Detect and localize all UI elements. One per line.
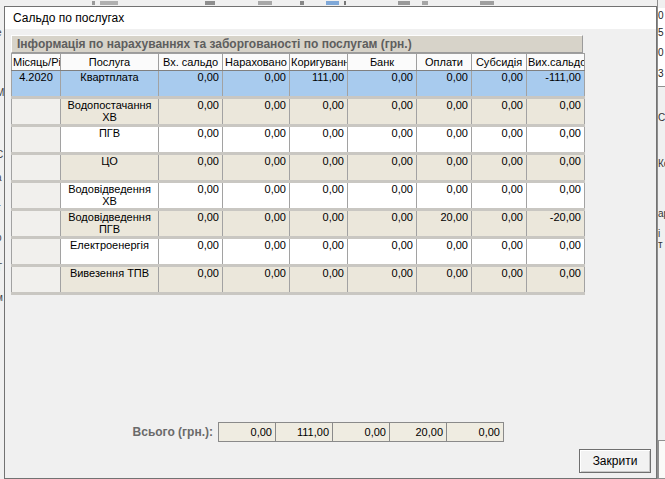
table-row-selected[interactable]: 4.2020 Квартплата 0,00 0,00 111,00 0,00 … xyxy=(12,71,585,98)
table-row[interactable]: Електроенергія 0,00 0,00 0,00 0,00 0,00 … xyxy=(12,238,585,266)
cell-value: 0,00 xyxy=(223,71,290,98)
column-header-in-balance: Вх. сальдо xyxy=(159,54,223,71)
cell-value: 0,00 xyxy=(290,266,348,294)
cell-service: Водовідведення ХВ xyxy=(61,182,159,210)
cell-service: Водовідведення ПГВ xyxy=(61,210,159,238)
cell-value: 0,00 xyxy=(527,154,585,182)
totals-label: Всього (грн.): xyxy=(85,422,213,442)
cell-value: 0,00 xyxy=(472,238,527,266)
cell-value: 0,00 xyxy=(159,210,223,238)
cell-value: 0,00 xyxy=(223,238,290,266)
cell-value: 0,00 xyxy=(159,126,223,154)
table-row[interactable]: Водовідведення ПГВ 0,00 0,00 0,00 0,00 2… xyxy=(12,210,585,238)
bg-grid-cell: 3 xyxy=(658,66,665,87)
cell-value: 0,00 xyxy=(223,182,290,210)
cell-value: 0,00 xyxy=(159,182,223,210)
cell-value: 0,00 xyxy=(290,238,348,266)
cell-value: 0,00 xyxy=(159,71,223,98)
cell-value: 0,00 xyxy=(290,210,348,238)
cell-value: 0,00 xyxy=(348,154,417,182)
cell-value: 0,00 xyxy=(348,266,417,294)
column-header-service: Послуга xyxy=(61,54,159,71)
dialog-title: Сальдо по послугах xyxy=(13,11,124,25)
cell-service: Електроенергія xyxy=(61,238,159,266)
cell-value: 0,00 xyxy=(290,126,348,154)
cell-value: 0,00 xyxy=(223,210,290,238)
cell-month: 4.2020 xyxy=(12,71,61,98)
cell-value: 0,00 xyxy=(159,238,223,266)
toolbar-icon-fragment xyxy=(422,1,428,5)
cell-value: 0,00 xyxy=(223,126,290,154)
total-accrued: 0,00 xyxy=(218,422,276,442)
cell-value: 0,00 xyxy=(472,126,527,154)
cell-value: 0,00 xyxy=(527,182,585,210)
cell-value: 20,00 xyxy=(417,210,472,238)
cell-value: 0,00 xyxy=(159,98,223,126)
column-header-month: Місяць/Рік xyxy=(12,54,61,71)
cell-value: -111,00 xyxy=(527,71,585,98)
bg-scrollbar-fragment xyxy=(658,440,665,479)
cell-value: 0,00 xyxy=(417,182,472,210)
services-balance-grid: Місяць/Рік Послуга Вх. сальдо Нараховано… xyxy=(11,53,585,295)
grid-header-row: Місяць/Рік Послуга Вх. сальдо Нараховано… xyxy=(12,54,585,71)
column-header-accrued: Нараховано xyxy=(223,54,290,71)
cell-value: 0,00 xyxy=(472,210,527,238)
cell-value: 0,00 xyxy=(223,154,290,182)
cell-service: Вивезення ТПВ xyxy=(61,266,159,294)
total-subsidy: 0,00 xyxy=(446,422,504,442)
toolbar-icon-fragment xyxy=(100,1,118,5)
cell-value: 0,00 xyxy=(290,154,348,182)
column-header-adjustment: Коригування xyxy=(290,54,348,71)
cell-value: 0,00 xyxy=(472,154,527,182)
cell-month xyxy=(12,98,61,126)
column-header-subsidy: Субсидія xyxy=(472,54,527,71)
toolbar-icon-fragment xyxy=(205,1,215,5)
cell-month xyxy=(12,238,61,266)
cell-value: 0,00 xyxy=(527,238,585,266)
column-header-payments: Оплати xyxy=(417,54,472,71)
cell-value: 111,00 xyxy=(290,71,348,98)
close-button[interactable]: Закрити xyxy=(579,449,651,473)
cell-value: 0,00 xyxy=(472,71,527,98)
bg-grid-cell: 5 xyxy=(658,25,665,46)
table-row[interactable]: Водовідведення ХВ 0,00 0,00 0,00 0,00 0,… xyxy=(12,182,585,210)
cell-value: 0,00 xyxy=(417,238,472,266)
table-row[interactable]: ПГВ 0,00 0,00 0,00 0,00 0,00 0,00 0,00 xyxy=(12,126,585,154)
bg-text-fragment: і т xyxy=(658,228,665,250)
table-row[interactable]: Вивезення ТПВ 0,00 0,00 0,00 0,00 0,00 0… xyxy=(12,266,585,294)
toolbar-icon-fragment xyxy=(300,1,304,5)
cell-service: ЦО xyxy=(61,154,159,182)
bg-grid-cell: 0 xyxy=(658,45,665,67)
cell-value: 0,00 xyxy=(290,98,348,126)
dialog-titlebar[interactable]: Сальдо по послугах xyxy=(5,7,656,29)
cell-value: 0,00 xyxy=(527,98,585,126)
column-header-bank: Банк xyxy=(348,54,417,71)
cell-service: ПГВ xyxy=(61,126,159,154)
cell-value: 0,00 xyxy=(159,266,223,294)
toolbar-icon-fragment xyxy=(480,1,494,5)
total-payments: 20,00 xyxy=(389,422,447,442)
cell-value: 0,00 xyxy=(348,182,417,210)
cell-service: Водопостачання ХВ xyxy=(61,98,159,126)
bg-text-fragment: ар xyxy=(658,208,665,219)
cell-value: 0,00 xyxy=(348,126,417,154)
bg-grid-cell: 0 xyxy=(658,8,665,26)
cell-value: 0,00 xyxy=(472,98,527,126)
cell-value: 0,00 xyxy=(417,71,472,98)
info-group-header: Інформація по нарахуваннях та заборгован… xyxy=(11,35,583,53)
cell-value: 0,00 xyxy=(290,182,348,210)
cell-month xyxy=(12,154,61,182)
table-row[interactable]: ЦО 0,00 0,00 0,00 0,00 0,00 0,00 0,00 xyxy=(12,154,585,182)
toolbar-icon-fragment xyxy=(92,1,95,5)
cell-value: 0,00 xyxy=(348,71,417,98)
cell-value: 0,00 xyxy=(472,266,527,294)
cell-service: Квартплата xyxy=(61,71,159,98)
cell-month xyxy=(12,210,61,238)
total-adjustment: 111,00 xyxy=(275,422,333,442)
cell-month xyxy=(12,182,61,210)
table-row[interactable]: Водопостачання ХВ 0,00 0,00 0,00 0,00 0,… xyxy=(12,98,585,126)
toolbar-icon-fragment xyxy=(258,1,272,5)
cell-value: 0,00 xyxy=(417,154,472,182)
cell-value: 0,00 xyxy=(223,266,290,294)
cell-month xyxy=(12,126,61,154)
